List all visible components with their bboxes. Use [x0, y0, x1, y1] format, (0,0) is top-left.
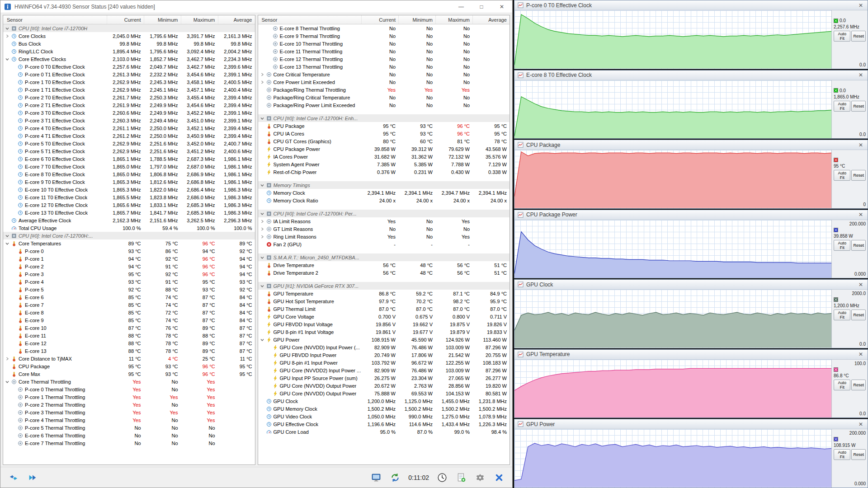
fast-forward-button[interactable]	[25, 470, 40, 485]
table-row[interactable]: GPU 8-pin #1 Input Power103.792 W96.672 …	[258, 359, 510, 366]
swap-arrows-button[interactable]	[6, 470, 21, 485]
table-row[interactable]: GPU FBVDD Input Voltage19.856 V19.662 V1…	[258, 320, 510, 328]
table-row[interactable]: E-core 785 °C74 °C87 °C84 °C	[3, 301, 255, 309]
table-row[interactable]: Average Effective Clock2,162.3 MHz2,151.…	[3, 216, 255, 224]
maximize-icon[interactable]: □	[473, 1, 490, 13]
table-row[interactable]: P-core 2 T1 Effective Clock2,261.9 MHz2,…	[3, 101, 255, 109]
table-row[interactable]: Package/Ring Critical TemperatureNoNoNo	[258, 94, 510, 101]
reset-button[interactable]: Reset	[851, 310, 866, 320]
table-row[interactable]: GPU Core Voltage0.700 V0.675 V0.800 V0.7…	[258, 313, 510, 320]
table-row[interactable]: Package/Ring Power Limit ExceededNoNoNo	[258, 101, 510, 109]
table-row[interactable]: E-core 11 Thermal ThrottlingNoNoNo	[258, 47, 510, 55]
table-row[interactable]: Total CPU Usage100.0 %59.4 %100.0 %100.0…	[3, 224, 255, 232]
auto-fit-button[interactable]: Auto Fit	[834, 101, 850, 112]
table-row[interactable]: E-core 685 °C74 °C87 °C84 °C	[3, 293, 255, 301]
table-row[interactable]: Fan 2 (GPU)---	[258, 240, 510, 248]
table-row[interactable]: E-core 7 Thermal ThrottlingNoNoNo	[3, 439, 255, 447]
table-row[interactable]: E-core 11 T0 Effective Clock1,865.5 MHz1…	[3, 193, 255, 201]
table-row[interactable]: P-core 5 T0 Effective Clock2,262.9 MHz2,…	[3, 140, 255, 147]
settings-gear-button[interactable]	[472, 470, 488, 485]
table-row[interactable]: CPU Package95 °C93 °C96 °C95 °C	[258, 122, 510, 130]
column-header-minimum[interactable]: Minimum	[398, 15, 435, 24]
expand-icon[interactable]	[260, 235, 265, 239]
auto-fit-button[interactable]: Auto Fit	[834, 380, 850, 390]
minimize-icon[interactable]: —	[453, 1, 470, 13]
graph-close-icon[interactable]: ✕	[857, 421, 864, 427]
table-section-row[interactable]: CPU [#0]: Intel Core i7-12700H:...	[3, 232, 255, 239]
refresh-button[interactable]	[387, 470, 403, 485]
table-row[interactable]: Ring Limit ReasonsYesNoYes	[258, 233, 510, 240]
table-row[interactable]: Bus Clock99.8 MHz99.8 MHz99.8 MHz99.8 MH…	[3, 40, 255, 47]
table-row[interactable]: P-core 5 T1 Effective Clock2,262.9 MHz2,…	[3, 147, 255, 155]
graph-titlebar[interactable]: GPU Temperature✕	[514, 350, 868, 360]
column-header-current[interactable]: Current	[361, 15, 398, 24]
window-titlebar[interactable]: HWiNFO64 v7.34-4930 Sensor Status [240 v…	[0, 0, 512, 13]
auto-fit-button[interactable]: Auto Fit	[834, 449, 850, 460]
reset-button[interactable]: Reset	[851, 240, 866, 251]
auto-fit-button[interactable]: Auto Fit	[834, 170, 850, 181]
auto-fit-button[interactable]: Auto Fit	[834, 240, 850, 251]
graph-titlebar[interactable]: GPU Power✕	[514, 419, 868, 429]
clock-button[interactable]	[434, 470, 450, 485]
table-row[interactable]: P-core 093 °C86 °C94 °C92 °C	[3, 247, 255, 255]
expand-icon[interactable]	[260, 227, 265, 231]
table-row[interactable]: E-core 985 °C74 °C87 °C84 °C	[3, 316, 255, 324]
series-swatch-checkbox[interactable]	[834, 158, 838, 162]
reset-button[interactable]: Reset	[851, 31, 866, 42]
collapse-icon[interactable]	[260, 255, 265, 260]
series-swatch-checkbox[interactable]	[834, 367, 838, 372]
table-row[interactable]: Core Thermal ThrottlingYesNoYes	[3, 378, 255, 385]
collapse-icon[interactable]	[260, 183, 265, 188]
collapse-icon[interactable]	[260, 338, 265, 342]
reset-button[interactable]: Reset	[851, 380, 866, 390]
table-section-row[interactable]: S.M.A.R.T.: Micron_2450_MTFDKBA...	[258, 253, 510, 261]
monitor-button[interactable]	[368, 470, 384, 485]
table-row[interactable]: CPU IA Cores95 °C93 °C96 °C95 °C	[258, 130, 510, 137]
table-row[interactable]: Core Distance to TjMAX11 °C4 °C25 °C11 °…	[3, 355, 255, 362]
table-row[interactable]: Core Effective Clocks2,103.0 MHz1,852.7 …	[3, 55, 255, 63]
table-row[interactable]: P-core 0 T1 Effective Clock2,261.3 MHz2,…	[3, 70, 255, 78]
table-row[interactable]: GPU FBVDD Input Power20.749 W17.806 W21.…	[258, 351, 510, 359]
series-swatch-checkbox[interactable]	[834, 228, 838, 232]
graph-close-icon[interactable]: ✕	[857, 72, 864, 78]
table-row[interactable]: Core Critical TemperatureNoNoNo	[258, 70, 510, 78]
graph-titlebar[interactable]: CPU Package Power✕	[514, 210, 868, 220]
reset-button[interactable]: Reset	[851, 101, 866, 112]
graph-titlebar[interactable]: P-core 0 T0 Effective Clock✕	[514, 0, 868, 10]
column-header-maximum[interactable]: Maximum	[181, 15, 218, 24]
table-row[interactable]: GPU Power108.915 W45.590 W124.926 W113.4…	[258, 336, 510, 343]
table-row[interactable]: E-core 10 Thermal ThrottlingNoNoNo	[258, 40, 510, 47]
column-header-sensor[interactable]: Sensor	[258, 15, 362, 24]
table-row[interactable]: P-core 0 Thermal ThrottlingYesNoYes	[3, 385, 255, 393]
table-row[interactable]: GPU Input PP Source Power (sum)26.275 W2…	[258, 374, 510, 382]
table-row[interactable]: E-core 13 T0 Effective Clock1,865.7 MHz1…	[3, 209, 255, 216]
table-section-row[interactable]: Memory Timings	[258, 181, 510, 189]
table-row[interactable]: P-core 4 Thermal ThrottlingYesNoYes	[3, 416, 255, 424]
table-row[interactable]: Core Power Limit ExceededNoNoNo	[258, 78, 510, 86]
table-row[interactable]: E-core 1288 °C78 °C89 °C87 °C	[3, 339, 255, 347]
table-row[interactable]: P-core 4 T0 Effective Clock2,261.1 MHz2,…	[3, 124, 255, 132]
table-row[interactable]: System Agent Power7.385 W5.385 W7.788 W7…	[258, 160, 510, 168]
column-header-average[interactable]: Average	[218, 15, 255, 24]
table-section-row[interactable]: CPU [#0]: Intel Core i7-12700H	[3, 24, 255, 32]
table-row[interactable]: E-core 1388 °C78 °C89 °C87 °C	[3, 347, 255, 355]
table-row[interactable]: P-core 493 °C91 °C95 °C93 °C	[3, 278, 255, 286]
expand-icon[interactable]	[260, 219, 265, 224]
table-row[interactable]: GPU Core (NVVDD2) Input Power ...82.909 …	[258, 366, 510, 374]
graph-titlebar[interactable]: E-core 8 T0 Effective Clock✕	[514, 70, 868, 80]
column-header-current[interactable]: Current	[107, 15, 144, 24]
column-header-average[interactable]: Average	[472, 15, 509, 24]
table-row[interactable]: GPU Temperature86.8 °C59.2 °C87.1 °C84.9…	[258, 290, 510, 297]
table-row[interactable]: Rest-of-Chip Power0.376 W0.231 W0.430 W0…	[258, 168, 510, 176]
graph-titlebar[interactable]: CPU Package✕	[514, 140, 868, 150]
expand-icon[interactable]	[260, 72, 265, 77]
table-row[interactable]: CPU Package Power39.858 W39.312 W79.629 …	[258, 145, 510, 153]
table-row[interactable]: E-core 10 T0 Effective Clock1,865.3 MHz1…	[3, 186, 255, 193]
column-header-minimum[interactable]: Minimum	[144, 15, 181, 24]
graph-close-icon[interactable]: ✕	[857, 211, 864, 218]
table-row[interactable]: GT Limit ReasonsNoNoNo	[258, 225, 510, 233]
table-row[interactable]: E-core 9 Thermal ThrottlingNoNoNo	[258, 32, 510, 40]
series-swatch-checkbox[interactable]	[834, 88, 838, 93]
series-swatch-checkbox[interactable]	[834, 437, 838, 441]
graph-close-icon[interactable]: ✕	[857, 351, 864, 357]
